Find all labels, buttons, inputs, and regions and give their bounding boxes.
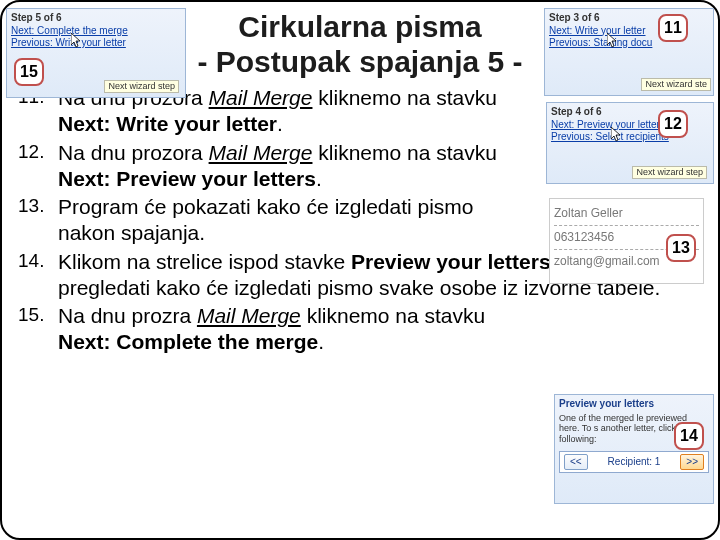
text: Na dnu prozra: [58, 304, 197, 327]
prev-link[interactable]: Previous: Write your letter: [11, 37, 181, 50]
text-bold: Preview your letters: [351, 250, 551, 273]
panel-header: Step 5 of 6: [11, 12, 181, 25]
slide-title: Cirkularna pisma - Postupak spajanja 5 -: [185, 10, 535, 79]
badge-13: 13: [666, 234, 696, 262]
tooltip: Next wizard step: [104, 80, 179, 93]
next-link[interactable]: Next: Complete the merge: [11, 25, 181, 38]
badge-11: 11: [658, 14, 688, 42]
contact-name: Zoltan Geller: [554, 202, 699, 226]
title-line-1: Cirkularna pisma: [238, 10, 481, 43]
text: .: [318, 330, 324, 353]
badge-12: 12: [658, 110, 688, 138]
prev-recipient-button[interactable]: <<: [564, 454, 588, 471]
panel-header: Preview your letters: [559, 398, 709, 411]
text: kliknemo na stavku: [301, 304, 485, 327]
text: kliknemo na stavku: [312, 86, 496, 109]
wizard-panel-step3: Step 3 of 6 Next: Write your letter Prev…: [544, 8, 714, 96]
text: kliknemo na stavku: [312, 141, 496, 164]
text-bold: Next: Write your letter: [58, 112, 277, 135]
text-emphasis: Mail Merge: [197, 304, 301, 327]
badge-15: 15: [14, 58, 44, 86]
text: .: [316, 167, 322, 190]
text: Program će pokazati kako će izgledati pi…: [58, 195, 474, 244]
text-emphasis: Mail Merge: [209, 141, 313, 164]
next-recipient-button[interactable]: >>: [680, 454, 704, 471]
text: Na dnu prozora: [58, 141, 209, 164]
text-bold: Next: Complete the merge: [58, 330, 318, 353]
text-bold: Next: Preview your letters: [58, 167, 316, 190]
text: .: [277, 112, 283, 135]
badge-14: 14: [674, 422, 704, 450]
text-emphasis: Mail Merge: [209, 86, 313, 109]
title-line-2: - Postupak spajanja 5 -: [197, 45, 522, 78]
step-15: Na dnu prozra Mail Merge kliknemo na sta…: [16, 303, 704, 356]
slide: Cirkularna pisma - Postupak spajanja 5 -…: [0, 0, 720, 540]
text: Klikom na strelice ispod stavke: [58, 250, 351, 273]
tooltip: Next wizard ste: [641, 78, 711, 91]
recipient-label: Recipient: 1: [608, 456, 661, 469]
tooltip: Next wizard step: [632, 166, 707, 179]
recipient-nav: << Recipient: 1 >>: [559, 451, 709, 474]
wizard-panel-step4: Step 4 of 6 Next: Preview your letters P…: [546, 102, 714, 184]
